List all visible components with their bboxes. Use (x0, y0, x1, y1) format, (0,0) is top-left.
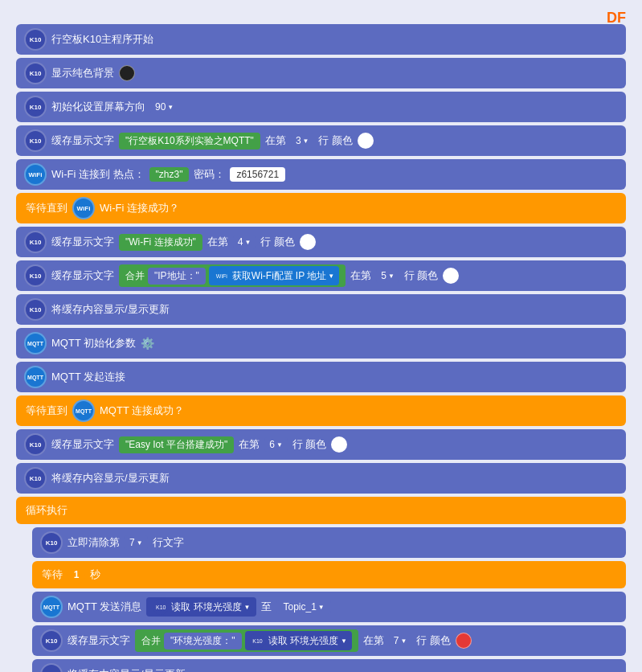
mqtt-send-to: 至 (261, 600, 272, 614)
cache2-string[interactable]: "Wi-Fi 连接成功" (119, 234, 202, 251)
cache2-row-dropdown[interactable]: 4 (233, 235, 256, 249)
block-start-text: 行空板K10主程序开始 (51, 32, 153, 47)
block-cache5: K10 缓存显示文字 合并 "环境光强度：" K10 读取 环境光强度 ▼ 在第… (32, 625, 626, 656)
cache1-string[interactable]: "行空板K10系列实验之MQTT" (119, 133, 260, 150)
block-wifi-connect: WiFi Wi-Fi 连接到 热点： "zhz3" 密码： z6156721 (16, 159, 626, 190)
read-light-text: 读取 环境光强度 (171, 600, 241, 614)
block-mqtt-init: MQTT MQTT 初始化参数 ⚙️ (16, 328, 626, 359)
block-start: K10 行空板K10主程序开始 (16, 24, 626, 55)
wifi-config-dropdown[interactable]: IP 地址 (296, 269, 334, 283)
wait-second-block: 等待 1 秒 (32, 561, 626, 588)
wait-wifi-label: 等待直到 (26, 201, 67, 215)
color-picker-cache1[interactable] (358, 133, 374, 149)
cache5-in-row: 在第 (363, 633, 384, 648)
cache3-row-dropdown[interactable]: 5 (376, 268, 399, 283)
block-cache2: K10 缓存显示文字 "Wi-Fi 连接成功" 在第 4 行 颜色 (16, 227, 626, 257)
read-light-text2: 读取 环境光强度 (268, 634, 338, 648)
cache2-label: 缓存显示文字 (51, 235, 114, 249)
clear-text-before: 立即清除第 (67, 535, 120, 550)
block-mqtt-send: MQTT MQTT 发送消息 K10 读取 环境光强度 ▼ 至 Topic_1 (32, 592, 626, 622)
k10-icon-bg: K10 (24, 62, 47, 84)
screen-direction-dropdown[interactable]: 90 (150, 100, 178, 114)
block-display2: K10 将缓存内容显示/显示更新 (16, 463, 626, 494)
mqtt-icon-connect: MQTT (24, 366, 47, 388)
k10-icon-display1: K10 (24, 298, 47, 321)
display2-text: 将缓存内容显示/显示更新 (51, 471, 170, 486)
topic-dropdown[interactable]: Topic_1 (276, 600, 330, 614)
hotspot-value[interactable]: "zhz3" (149, 167, 190, 182)
block-display3: K10 将缓存内容显示/显示更新 (32, 659, 626, 672)
cache3-label: 缓存显示文字 (51, 268, 114, 283)
mqtt-icon-wait: MQTT (72, 400, 95, 422)
block-cache1: K10 缓存显示文字 "行空板K10系列实验之MQTT" 在第 3 行 颜色 (16, 125, 626, 156)
ip-label-string[interactable]: "IP地址：" (148, 268, 206, 285)
cache4-string[interactable]: "Easy Iot 平台搭建成功" (119, 436, 234, 453)
wait-sec-label: 等待 (42, 568, 63, 582)
df-logo: DF (607, 10, 626, 27)
wait-wifi-block: 等待直到 WiFi Wi-Fi 连接成功？ (16, 193, 626, 223)
wifi-icon-wait: WiFi (72, 197, 95, 219)
cache4-row-label: 行 颜色 (292, 437, 327, 452)
color-picker-cache5-red[interactable] (456, 633, 472, 649)
wait-wifi-text: Wi-Fi 连接成功？ (100, 201, 179, 215)
cache1-row-dropdown[interactable]: 3 (291, 133, 314, 148)
color-picker-bg[interactable] (119, 65, 135, 81)
k10-icon-cache1: K10 (24, 129, 47, 152)
k10-icon-display3: K10 (40, 663, 63, 672)
cache5-label: 缓存显示文字 (67, 633, 130, 648)
wait-mqtt-block: 等待直到 MQTT MQTT 连接成功？ (16, 395, 626, 426)
cache1-row-label: 行 颜色 (318, 133, 353, 148)
block-clear: K10 立即清除第 7 行文字 (32, 527, 626, 558)
read-dropdown-arrow2[interactable]: ▼ (341, 637, 347, 645)
wait-sec-value[interactable]: 1 (67, 566, 85, 584)
k10-read-icon: K10 (153, 599, 169, 615)
merge-block-cache3[interactable]: 合并 "IP地址：" WiFi 获取Wi-Fi配置 IP 地址 (119, 264, 346, 287)
block-bg-text: 显示纯色背景 (51, 66, 114, 80)
cache4-label: 缓存显示文字 (51, 437, 114, 452)
wifi-password-label: 密码： (194, 167, 225, 182)
cache5-row-dropdown[interactable]: 7 (389, 633, 412, 648)
k10-icon-cache3: K10 (24, 264, 47, 287)
wifi-connect-text1: Wi-Fi 连接到 热点： (51, 167, 145, 182)
main-container: K10 行空板K10主程序开始 K10 显示纯色背景 K10 初始化设置屏幕方向… (0, 0, 642, 672)
clear-row-dropdown[interactable]: 7 (125, 535, 148, 550)
k10-icon-display2: K10 (24, 467, 47, 490)
block-cache3: K10 缓存显示文字 合并 "IP地址：" WiFi 获取Wi-Fi配置 IP … (16, 260, 626, 291)
k10-read-icon2: K10 (250, 633, 266, 649)
loop-content: K10 立即清除第 7 行文字 等待 1 秒 MQTT MQTT 发送消息 K1… (32, 527, 626, 672)
cache5-row-label: 行 颜色 (416, 633, 451, 648)
read-dropdown-arrow[interactable]: ▼ (244, 604, 251, 611)
cache2-in-row: 在第 (207, 235, 228, 249)
k10-icon-clear: K10 (40, 531, 63, 554)
mqtt-send-label: MQTT 发送消息 (67, 600, 141, 614)
k10-icon-screen: K10 (24, 96, 47, 118)
wifi-password-input[interactable]: z6156721 (230, 167, 285, 182)
gear-icon-mqtt[interactable]: ⚙️ (141, 337, 154, 350)
block-cache1-label: 缓存显示文字 (51, 133, 114, 148)
cache2-row-label: 行 颜色 (260, 235, 295, 249)
color-picker-cache3[interactable] (443, 268, 459, 284)
k10-icon-start: K10 (24, 28, 47, 51)
mqtt-icon-send: MQTT (40, 596, 63, 618)
loop-label: 循环执行 (26, 503, 67, 518)
block-cache4: K10 缓存显示文字 "Easy Iot 平台搭建成功" 在第 6 行 颜色 (16, 429, 626, 460)
display1-text: 将缓存内容显示/显示更新 (51, 302, 170, 317)
display3-text: 将缓存内容显示/显示更新 (67, 667, 186, 672)
color-picker-cache4[interactable] (331, 436, 347, 453)
block-screen-text: 初始化设置屏幕方向 (51, 100, 145, 114)
light-label-string[interactable]: "环境光强度：" (164, 633, 242, 649)
mqtt-init-text: MQTT 初始化参数 (51, 336, 136, 350)
wifi-icon-connect: WiFi (24, 163, 47, 186)
wait-sec-text: 秒 (90, 568, 100, 582)
merge-block-cache5[interactable]: 合并 "环境光强度：" K10 读取 环境光强度 ▼ (135, 629, 358, 652)
cache4-row-dropdown[interactable]: 6 (264, 437, 288, 452)
cache1-in-row: 在第 (265, 133, 286, 148)
mqtt-icon-init: MQTT (24, 332, 47, 354)
cache4-in-row: 在第 (239, 437, 260, 452)
block-screen: K10 初始化设置屏幕方向 90 (16, 92, 626, 122)
block-display1: K10 将缓存内容显示/显示更新 (16, 294, 626, 325)
cache3-in-row: 在第 (350, 268, 371, 283)
color-picker-cache2[interactable] (300, 234, 316, 250)
loop-block: 循环执行 (16, 497, 626, 524)
block-mqtt-connect: MQTT MQTT 发起连接 (16, 362, 626, 392)
